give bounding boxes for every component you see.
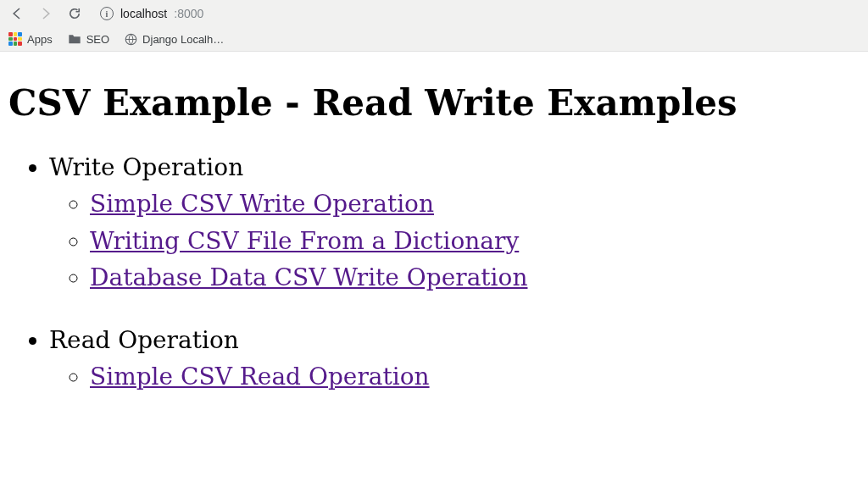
reload-button[interactable] (66, 5, 83, 22)
seo-label: SEO (86, 33, 109, 46)
apps-icon (8, 32, 22, 46)
list-item: Simple CSV Write Operation (90, 186, 860, 222)
apps-label: Apps (27, 33, 53, 46)
page-content: CSV Example - Read Write Examples Write … (0, 52, 868, 405)
csv-read-simple-link[interactable]: Simple CSV Read Operation (90, 363, 430, 391)
link-list: Simple CSV Read Operation (49, 358, 860, 395)
address-bar[interactable]: i localhost:8000 (100, 7, 203, 20)
list-item: Database Data CSV Write Operation (90, 259, 860, 296)
link-list: Simple CSV Write Operation Writing CSV F… (49, 186, 860, 296)
django-label: Django Localh… (142, 33, 224, 46)
folder-icon (68, 33, 81, 45)
browser-chrome: i localhost:8000 Apps SEO Django Localh… (0, 0, 868, 52)
page-title: CSV Example - Read Write Examples (8, 82, 860, 124)
django-bookmark[interactable]: Django Localh… (125, 33, 224, 46)
globe-icon (125, 33, 137, 46)
url-host: localhost (120, 7, 167, 20)
toolbar: i localhost:8000 (0, 0, 868, 27)
section-title: Read Operation (49, 326, 239, 354)
site-info-icon[interactable]: i (100, 7, 114, 20)
list-item: Write Operation Simple CSV Write Operati… (49, 149, 860, 296)
url-port: :8000 (174, 7, 203, 20)
section-list: Write Operation Simple CSV Write Operati… (8, 149, 860, 296)
csv-write-db-link[interactable]: Database Data CSV Write Operation (90, 263, 527, 291)
bookmarks-bar: Apps SEO Django Localh… (0, 27, 868, 51)
back-button[interactable] (8, 5, 25, 22)
list-item: Simple CSV Read Operation (90, 358, 860, 395)
csv-write-dict-link[interactable]: Writing CSV File From a Dictionary (90, 227, 519, 255)
forward-button[interactable] (37, 5, 54, 22)
list-item: Read Operation Simple CSV Read Operation (49, 322, 860, 396)
csv-write-simple-link[interactable]: Simple CSV Write Operation (90, 190, 434, 218)
list-item: Writing CSV File From a Dictionary (90, 223, 860, 259)
apps-bookmark[interactable]: Apps (8, 32, 53, 46)
section-list: Read Operation Simple CSV Read Operation (8, 322, 860, 396)
seo-bookmark[interactable]: SEO (68, 33, 109, 46)
section-title: Write Operation (49, 153, 243, 181)
